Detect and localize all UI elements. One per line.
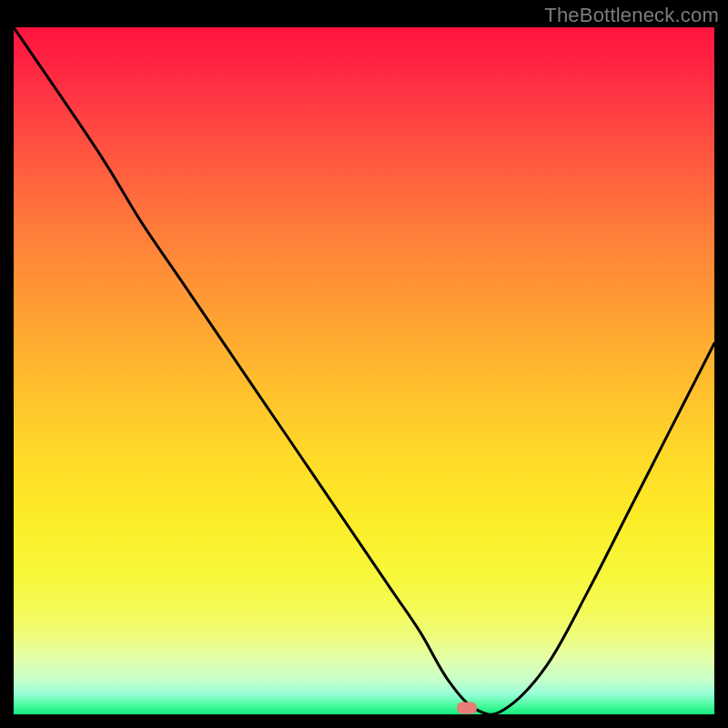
bottleneck-curve bbox=[14, 27, 714, 714]
watermark-text: TheBottleneck.com bbox=[544, 4, 719, 27]
plot-area bbox=[14, 27, 714, 714]
chart-frame: TheBottleneck.com bbox=[0, 0, 728, 728]
optimal-point-marker bbox=[457, 703, 477, 714]
